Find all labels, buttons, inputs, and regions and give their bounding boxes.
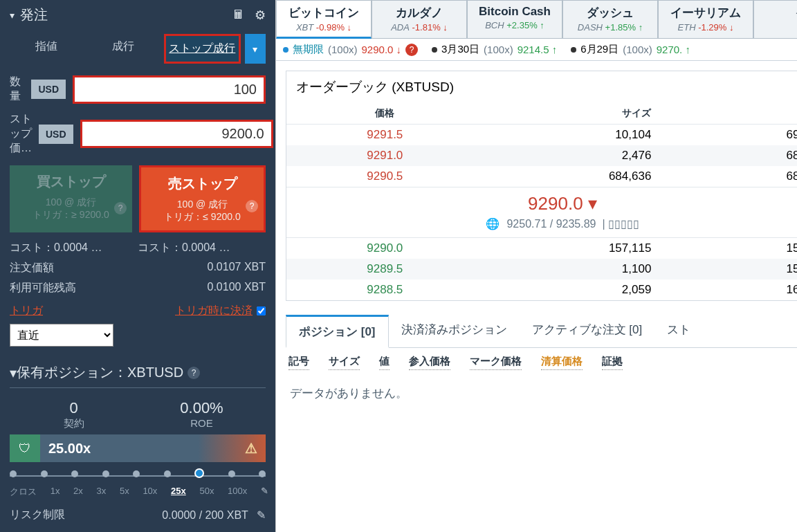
- calculator-icon[interactable]: 🖩: [232, 8, 245, 23]
- order-section-header[interactable]: ▾ 発注 🖩 ⚙: [0, 0, 275, 30]
- column-header[interactable]: 値: [379, 355, 390, 370]
- contract-item[interactable]: 3月30日 (100x) 9214.5 ↑: [432, 43, 557, 56]
- market-tab-[interactable]: イ: [753, 0, 797, 39]
- position-title: 保有ポジション：XBTUSD: [17, 363, 183, 382]
- contracts-label: 契約: [10, 417, 138, 430]
- contract-item[interactable]: 6月29日 (100x) 9270. ↑: [571, 43, 690, 56]
- order-value-label: 注文価額: [10, 261, 54, 275]
- avail-value: 0.0100 XBT: [208, 281, 266, 295]
- leverage-stop[interactable]: [133, 470, 140, 477]
- orderbook-row[interactable]: 9290.5684,636684,636: [286, 166, 797, 187]
- chevron-down-icon: ▾: [588, 193, 597, 214]
- buy-stop-button[interactable]: 買ストップ 100 @ 成行 トリガ：≥ 9200.0 ?: [10, 165, 132, 232]
- leverage-stop[interactable]: [194, 468, 204, 478]
- cost-sell: コスト：0.0004 …: [138, 241, 266, 255]
- market-tab-ADA[interactable]: カルダノADA -1.81% ↓: [372, 0, 467, 39]
- column-header[interactable]: サイズ: [329, 355, 360, 370]
- tab-stop[interactable]: ストップ成行: [164, 34, 241, 64]
- column-header[interactable]: 清算価格: [541, 355, 583, 370]
- close-on-trigger-checkbox[interactable]: トリガ時に決済: [175, 304, 266, 318]
- leverage-stop[interactable]: [228, 470, 235, 477]
- bottom-tab[interactable]: 決済済みポジション: [389, 315, 520, 347]
- market-tab-DASH[interactable]: ダッシュDASH +1.85% ↑: [562, 0, 658, 39]
- market-tab-ETH[interactable]: イーサリアムETH -1.29% ↓: [658, 0, 753, 39]
- column-header[interactable]: 記号: [288, 355, 309, 370]
- orderbook-row[interactable]: 9290.0157,115157,115: [286, 238, 797, 259]
- shield-icon: 🛡: [10, 434, 40, 462]
- order-type-dropdown[interactable]: ▾: [245, 34, 266, 64]
- stop-price-input[interactable]: [80, 120, 273, 148]
- help-icon[interactable]: ?: [187, 367, 200, 379]
- tab-market[interactable]: 成行: [86, 34, 159, 64]
- bottom-tab[interactable]: ポジション [0]: [286, 315, 389, 348]
- cost-buy: コスト：0.0004 …: [10, 241, 138, 255]
- qty-input[interactable]: [73, 75, 266, 104]
- trigger-type-select[interactable]: 直近: [10, 324, 113, 347]
- order-title: 発注: [20, 6, 48, 24]
- avail-label: 利用可能残高: [10, 281, 76, 295]
- warning-icon: ⚠: [245, 440, 257, 457]
- edit-icon[interactable]: ✎: [261, 486, 268, 498]
- order-value: 0.0107 XBT: [208, 261, 266, 275]
- orderbook-row[interactable]: 9291.02,476687,112: [286, 145, 797, 166]
- leverage-slider[interactable]: [10, 470, 266, 481]
- tab-limit[interactable]: 指値: [10, 34, 82, 64]
- bottom-tab[interactable]: スト: [654, 315, 703, 347]
- help-icon[interactable]: ?: [246, 200, 258, 212]
- leverage-stop[interactable]: [102, 470, 109, 477]
- leverage-stop[interactable]: [10, 470, 17, 477]
- contracts-value: 0: [10, 399, 138, 417]
- leverage-stop[interactable]: [164, 470, 171, 477]
- sell-stop-button[interactable]: 売ストップ 100 @ 成行 トリガ：≤ 9200.0 ?: [139, 165, 266, 232]
- leverage-value-bar: 25.00x ⚠: [40, 434, 266, 462]
- orderbook-title: オーダーブック (XBTUSD): [296, 78, 454, 96]
- help-icon[interactable]: ?: [114, 202, 127, 214]
- mid-price: 9290.0 ▾: [286, 193, 797, 214]
- leverage-stop[interactable]: [71, 470, 78, 477]
- column-header[interactable]: マーク価格: [470, 355, 522, 370]
- qty-label: 数量: [10, 75, 24, 104]
- position-section-header[interactable]: ▾ 保有ポジション：XBTUSD ?: [0, 354, 275, 385]
- market-tab-XBT[interactable]: ビットコインXBT -0.98% ↓: [276, 0, 372, 39]
- stop-price-label: ストップ価…: [10, 112, 32, 156]
- col-price: 価格: [296, 107, 474, 120]
- market-tab-BCH[interactable]: Bitcoin CashBCH +2.35% ↑: [467, 0, 562, 39]
- col-size: サイズ: [474, 107, 652, 120]
- orderbook-row[interactable]: 9289.51,100158,215: [286, 259, 797, 279]
- roe-label: ROE: [138, 417, 266, 429]
- empty-message: データがありません。: [276, 377, 797, 410]
- chevron-down-icon: ▾: [10, 10, 15, 21]
- leverage-stop[interactable]: [259, 470, 266, 477]
- risk-value: 0.0000 / 200 XBT: [162, 509, 248, 521]
- orderbook-row[interactable]: 9288.52,059160,274: [286, 279, 797, 300]
- col-total: 合計: [651, 107, 797, 120]
- risk-label: リスク制限: [10, 508, 65, 522]
- column-header[interactable]: 参入価格: [409, 355, 450, 370]
- orderbook-row[interactable]: 9291.510,104697,216: [286, 125, 797, 145]
- help-icon[interactable]: ?: [405, 44, 418, 56]
- leverage-stop[interactable]: [41, 470, 48, 477]
- price-unit[interactable]: USD: [39, 125, 73, 144]
- gear-icon[interactable]: ⚙: [255, 8, 266, 23]
- globe-icon: 🌐: [486, 218, 500, 230]
- trigger-link[interactable]: トリガ: [10, 304, 43, 318]
- edit-icon[interactable]: ✎: [257, 509, 266, 521]
- column-header[interactable]: 証拠: [602, 355, 623, 370]
- bottom-tab[interactable]: アクティブな注文 [0]: [520, 315, 655, 347]
- qty-unit[interactable]: USD: [31, 80, 66, 99]
- mid-indices: 🌐 9250.71 / 9235.89 | ▯▯▯▯▯: [286, 217, 797, 230]
- contract-item[interactable]: 無期限 (100x) 9290.0 ↓?: [283, 43, 418, 56]
- chevron-down-icon: ▾: [10, 365, 17, 381]
- roe-value: 0.00%: [138, 399, 266, 417]
